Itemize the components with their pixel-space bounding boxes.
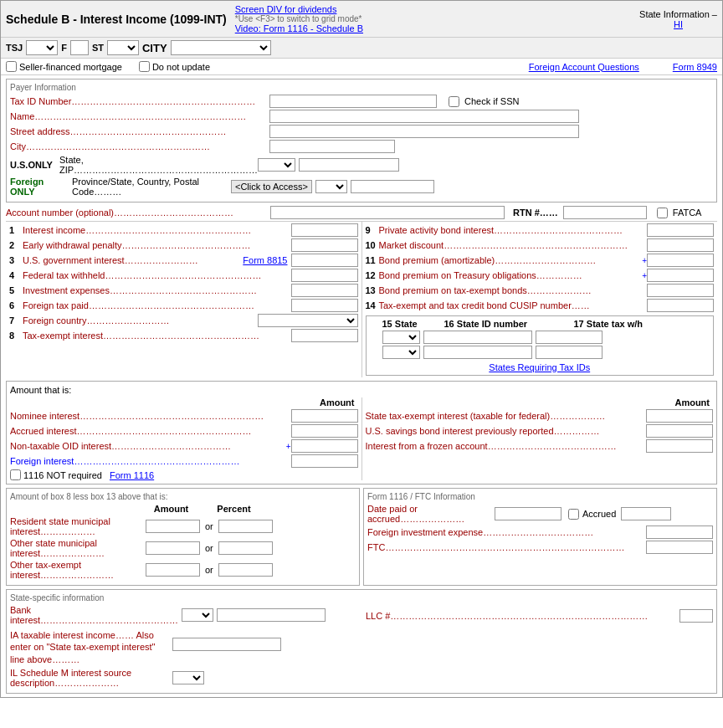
line-13-label: Bond premium on tax-exempt bonds………………… bbox=[379, 285, 648, 295]
foreign-account-link[interactable]: Foreign Account Questions bbox=[529, 62, 639, 72]
check-ssn-checkbox[interactable] bbox=[449, 96, 459, 107]
state-tax-input-1[interactable] bbox=[536, 331, 602, 344]
line-8-input[interactable] bbox=[291, 329, 358, 342]
nontaxable-input[interactable] bbox=[291, 439, 358, 453]
do-not-update-item: Do not update bbox=[139, 61, 210, 72]
state-tax-input-2[interactable] bbox=[536, 346, 602, 359]
tsj-select[interactable]: TSJ bbox=[26, 40, 58, 55]
line-9-input[interactable] bbox=[647, 223, 714, 237]
state-block: 15 State 16 State ID number 17 State tax… bbox=[366, 315, 715, 376]
form-1116-link[interactable]: Form 1116 bbox=[110, 470, 154, 480]
date-accrued-row: Date paid or accrued………………… Accrued bbox=[367, 504, 713, 524]
line-13-input[interactable] bbox=[647, 284, 714, 297]
nontaxable-label: Non-taxable OID interest………………………………… bbox=[10, 441, 285, 451]
foreign-invest-row: Foreign investment expense……………………………… bbox=[367, 525, 713, 539]
line-5-input[interactable] bbox=[291, 284, 358, 297]
account-row: Account number (optional)………………………………… R… bbox=[6, 206, 717, 219]
accrued-input[interactable] bbox=[291, 424, 358, 438]
accrued-checkbox[interactable] bbox=[568, 509, 579, 520]
line-14-input[interactable] bbox=[647, 299, 714, 312]
click-to-access-button[interactable]: <Click to Access> bbox=[231, 180, 312, 193]
amount-col-header: Amount bbox=[144, 504, 198, 514]
il-select[interactable] bbox=[172, 671, 204, 684]
rtn-input[interactable] bbox=[563, 206, 647, 219]
us-savings-input[interactable] bbox=[646, 424, 713, 438]
city-input[interactable] bbox=[269, 140, 395, 153]
form-8949-link[interactable]: Form 8949 bbox=[673, 62, 717, 72]
foreign-int-input[interactable] bbox=[291, 454, 358, 468]
line-11-input[interactable] bbox=[647, 254, 714, 267]
street-input[interactable] bbox=[269, 125, 579, 138]
state-id-input-1[interactable] bbox=[423, 331, 532, 344]
state-info-link[interactable]: HI bbox=[639, 19, 717, 29]
us-savings-row: U.S. savings bond interest previously re… bbox=[366, 424, 714, 438]
line-10-input[interactable] bbox=[647, 238, 714, 252]
zip-input[interactable] bbox=[299, 158, 399, 172]
states-requiring-link[interactable]: States Requiring Tax IDs bbox=[369, 362, 711, 372]
name-input[interactable] bbox=[269, 110, 579, 123]
llc-input[interactable] bbox=[679, 609, 713, 623]
city-select[interactable] bbox=[171, 40, 271, 55]
line-3-label: U.S. government interest…………………… bbox=[23, 255, 239, 265]
col15-label: 15 State bbox=[382, 319, 441, 329]
other-tax-exempt-pct[interactable] bbox=[218, 563, 273, 577]
other-tax-exempt-amount[interactable] bbox=[146, 563, 200, 577]
frozen-account-input[interactable] bbox=[646, 439, 713, 453]
account-label: Account number (optional)………………………………… bbox=[6, 208, 265, 218]
percent-col-header: Percent bbox=[207, 504, 261, 514]
tax-id-input[interactable] bbox=[269, 95, 437, 108]
line-12-input[interactable] bbox=[647, 269, 714, 282]
line-1-input[interactable] bbox=[291, 223, 358, 237]
other-state-muni-amount[interactable] bbox=[146, 541, 200, 555]
other-state-muni-pct[interactable] bbox=[218, 541, 273, 555]
header-bar: Schedule B - Interest Income (1099-INT) … bbox=[1, 1, 722, 38]
line-3-input[interactable] bbox=[291, 254, 358, 267]
foreign-input[interactable] bbox=[351, 180, 434, 193]
line-7-label: Foreign country……………………… bbox=[23, 315, 254, 326]
resident-muni-pct[interactable] bbox=[218, 520, 273, 533]
ftc-input[interactable] bbox=[646, 541, 713, 554]
st-select[interactable] bbox=[107, 40, 139, 55]
seller-financed-checkbox[interactable] bbox=[6, 61, 17, 72]
video-link[interactable]: Video: Form 1116 - Schedule B bbox=[235, 23, 639, 33]
province-label: Province/State, Country, Postal Code……… bbox=[72, 177, 231, 197]
foreign-invest-label: Foreign investment expense……………………………… bbox=[367, 527, 644, 537]
name-label: Name…………………………………………………………… bbox=[10, 111, 269, 121]
do-not-update-checkbox[interactable] bbox=[139, 61, 150, 72]
ia-input[interactable] bbox=[172, 638, 281, 651]
screen-div-link[interactable]: Screen DIV for dividends bbox=[235, 4, 639, 14]
line-2-input[interactable] bbox=[291, 238, 358, 252]
amount-right-col: Amount State tax-exempt interest (taxabl… bbox=[362, 397, 714, 480]
checkbox-1116-row: 1116 NOT required Form 1116 bbox=[10, 469, 358, 480]
state-select-1[interactable] bbox=[382, 331, 420, 344]
state-specific-section: State-specific information Bank interest… bbox=[6, 589, 717, 694]
state-tax-exempt-input[interactable] bbox=[646, 409, 713, 423]
payer-info-section: Payer Information Tax ID Number………………………… bbox=[6, 79, 717, 203]
state-select[interactable] bbox=[258, 158, 295, 172]
account-input[interactable] bbox=[270, 206, 505, 219]
resident-muni-amount[interactable] bbox=[146, 520, 200, 533]
foreign-select[interactable] bbox=[315, 180, 347, 193]
state-id-input-2[interactable] bbox=[423, 346, 532, 359]
line-11-row: 11 Bond premium (amortizable)……………………………… bbox=[366, 254, 715, 267]
f-input[interactable] bbox=[70, 40, 89, 55]
line-7-select[interactable] bbox=[258, 314, 358, 327]
form-8815-link[interactable]: Form 8815 bbox=[243, 255, 287, 265]
fatca-label: FATCA bbox=[673, 208, 702, 218]
bank-interest-select[interactable] bbox=[182, 608, 213, 622]
state-select-2[interactable] bbox=[382, 346, 420, 359]
accrued-value-input[interactable] bbox=[621, 507, 671, 520]
fatca-checkbox[interactable] bbox=[657, 208, 668, 218]
nominee-input[interactable] bbox=[291, 409, 358, 423]
bank-interest-label: Bank interest……………………………………… bbox=[10, 605, 178, 625]
other-tax-exempt-label: Other tax-exempt interest…………………… bbox=[10, 560, 144, 580]
bank-interest-row: Bank interest……………………………………… bbox=[10, 605, 357, 625]
bank-interest-input[interactable] bbox=[217, 608, 326, 622]
date-input[interactable] bbox=[495, 507, 561, 520]
line-7-row: 7 Foreign country……………………… bbox=[9, 314, 358, 327]
other-tax-exempt-row: Other tax-exempt interest…………………… or bbox=[10, 560, 356, 580]
foreign-invest-input[interactable] bbox=[646, 525, 713, 539]
not-required-checkbox[interactable] bbox=[10, 469, 21, 480]
line-4-input[interactable] bbox=[291, 269, 358, 282]
line-6-input[interactable] bbox=[291, 299, 358, 312]
